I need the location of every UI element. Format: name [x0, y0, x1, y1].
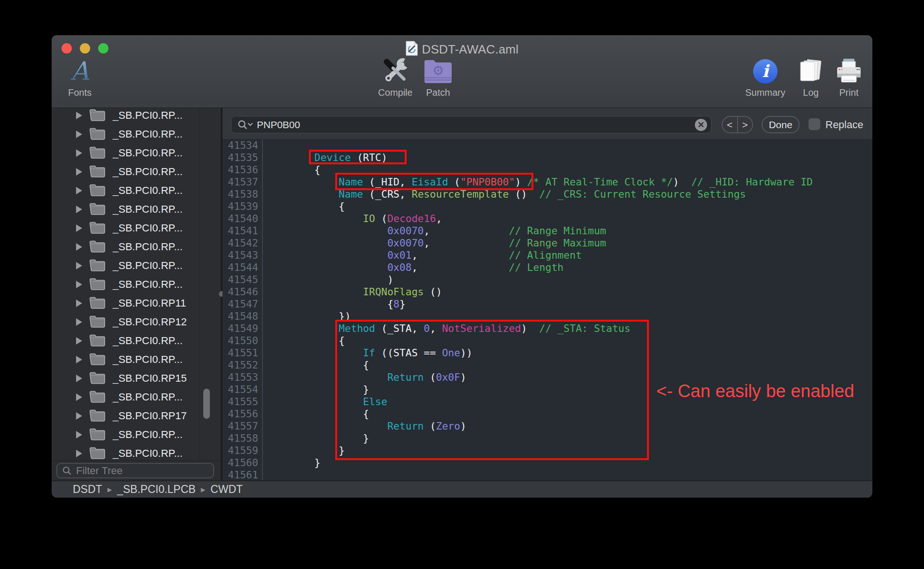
filter-field[interactable]	[56, 463, 214, 478]
line-number: 41537	[223, 176, 263, 188]
status-bar: DSDT▸_SB.PCI0.LPCB▸CWDT	[52, 480, 872, 498]
filter-zone	[52, 461, 221, 480]
folder-icon	[89, 184, 105, 198]
tree-item[interactable]: _SB.PCI0.RP...	[52, 350, 221, 369]
find-next-button[interactable]: >	[738, 117, 753, 132]
disclosure-triangle-icon[interactable]	[76, 168, 82, 176]
tree-item[interactable]: _SB.PCI0.RP11	[52, 294, 221, 313]
code-line: 41536 {	[223, 164, 872, 176]
disclosure-triangle-icon[interactable]	[76, 243, 82, 251]
toolbar-item-print[interactable]: Print	[818, 57, 872, 98]
status-path-segment[interactable]: CWDT	[210, 483, 243, 496]
tree-item[interactable]: _SB.PCI0.RP...	[52, 256, 221, 275]
filter-tree-input[interactable]	[75, 464, 213, 477]
tree-item[interactable]: _SB.PCI0.RP...	[52, 144, 221, 162]
tree-item-label: _SB.PCI0.RP...	[113, 391, 183, 403]
clear-search-icon[interactable]: ✕	[695, 119, 707, 131]
code-line: 41537 Name (_HID, EisaId ("PNP0B00") /* …	[223, 176, 872, 188]
filter-search-icon	[62, 466, 72, 476]
tree-item-label: _SB.PCI0.RP...	[113, 147, 183, 159]
status-path-segment[interactable]: _SB.PCI0.LPCB	[117, 483, 195, 496]
disclosure-triangle-icon[interactable]	[76, 281, 82, 288]
line-number: 41550	[223, 335, 263, 347]
disclosure-triangle-icon[interactable]	[76, 149, 82, 157]
toolbar-label: Patch	[426, 87, 450, 98]
toolbar-label: Log	[803, 87, 818, 98]
disclosure-triangle-icon[interactable]	[76, 450, 82, 457]
disclosure-triangle-icon[interactable]	[76, 262, 82, 269]
tree-item-label: _SB.PCI0.RP...	[113, 222, 183, 234]
tree: _SB.PCI0.RP... _SB.PCI0.RP... _SB.PCI0.R…	[52, 108, 221, 463]
tree-item[interactable]: _SB.PCI0.RP...	[52, 275, 221, 294]
tree-item[interactable]: _SB.PCI0.RP...	[52, 219, 221, 238]
disclosure-triangle-icon[interactable]	[76, 112, 82, 119]
tree-item-label: _SB.PCI0.RP15	[113, 372, 187, 384]
disclosure-triangle-icon[interactable]	[76, 375, 82, 382]
replace-checkbox[interactable]	[808, 118, 820, 130]
tree-item-label: _SB.PCI0.RP...	[113, 166, 183, 178]
line-number: 41555	[223, 396, 263, 408]
search-icon[interactable]	[237, 119, 253, 131]
folder-icon	[89, 277, 105, 292]
tree-item-label: _SB.PCI0.RP17	[113, 410, 187, 422]
tree-item-label: _SB.PCI0.RP...	[113, 185, 183, 197]
line-number: 41554	[223, 384, 263, 396]
line-number: 41548	[223, 310, 263, 323]
line-number: 41551	[223, 347, 263, 359]
search-input[interactable]	[257, 119, 695, 131]
tree-item[interactable]: _SB.PCI0.RP...	[52, 425, 221, 444]
line-number: 41557	[223, 420, 263, 432]
tree-item[interactable]: _SB.PCI0.RP...	[52, 331, 221, 350]
folder-icon	[89, 221, 105, 236]
toolbar-label: Print	[839, 87, 858, 98]
annotation-note: <- Can easily be enabled	[656, 381, 854, 401]
tree-item-label: _SB.PCI0.RP11	[113, 297, 186, 309]
find-previous-button[interactable]: <	[723, 117, 738, 132]
disclosure-triangle-icon[interactable]	[76, 300, 82, 307]
disclosure-triangle-icon[interactable]	[76, 224, 82, 232]
disclosure-triangle-icon[interactable]	[76, 393, 82, 401]
disclosure-triangle-icon[interactable]	[76, 356, 82, 363]
tree-item[interactable]: _SB.PCI0.RP...	[52, 162, 221, 181]
status-path-segment[interactable]: DSDT	[73, 483, 102, 496]
tree-item-label: _SB.PCI0.RP...	[113, 447, 183, 460]
line-number: 41558	[223, 432, 263, 445]
toolbar-item-patch[interactable]: ⚙ Patch	[408, 57, 469, 98]
done-button[interactable]: Done	[762, 116, 800, 133]
disclosure-triangle-icon[interactable]	[76, 318, 82, 326]
tree-item[interactable]: _SB.PCI0.RP...	[52, 444, 221, 463]
line-number: 41536	[223, 164, 263, 176]
folder-icon	[89, 334, 105, 348]
line-number: 41544	[223, 261, 263, 274]
line-number: 41540	[223, 213, 263, 225]
folder-icon	[89, 446, 105, 461]
tree-item[interactable]: _SB.PCI0.RP...	[52, 125, 221, 144]
toolbar-item-fonts[interactable]: A Fonts	[52, 57, 110, 98]
svg-text:⚙: ⚙	[432, 63, 444, 78]
search-field[interactable]: ✕	[231, 116, 711, 133]
line-number: 41552	[223, 359, 263, 371]
code-line: 41544 0x08, // Length	[223, 261, 872, 274]
disclosure-triangle-icon[interactable]	[76, 337, 82, 345]
code-line: 41539 {	[223, 200, 872, 213]
disclosure-triangle-icon[interactable]	[76, 431, 82, 438]
tree-item[interactable]: _SB.PCI0.RP15	[52, 369, 221, 388]
tree-item[interactable]: _SB.PCI0.RP...	[52, 238, 221, 256]
tree-item[interactable]: _SB.PCI0.RP...	[52, 388, 221, 407]
line-number: 41534	[223, 139, 263, 152]
tree-item[interactable]: _SB.PCI0.RP17	[52, 407, 221, 425]
tree-item[interactable]: _SB.PCI0.RP...	[52, 108, 221, 125]
patch-folder-gear-icon: ⚙	[423, 57, 453, 86]
disclosure-triangle-icon[interactable]	[76, 412, 82, 420]
annotation-box-device	[309, 150, 407, 164]
code-line: 41542 0x0070, // Range Maximum	[223, 237, 872, 249]
disclosure-triangle-icon[interactable]	[76, 206, 82, 213]
tree-item[interactable]: _SB.PCI0.RP12	[52, 313, 221, 331]
tree-item[interactable]: _SB.PCI0.RP...	[52, 181, 221, 200]
tree-item[interactable]: _SB.PCI0.RP...	[52, 200, 221, 219]
code-line: 41538 Name (_CRS, ResourceTemplate () //…	[223, 188, 872, 200]
folder-icon	[89, 296, 105, 311]
disclosure-triangle-icon[interactable]	[76, 131, 82, 138]
disclosure-triangle-icon[interactable]	[76, 187, 82, 194]
sidebar-scrollbar-thumb[interactable]	[203, 389, 210, 419]
